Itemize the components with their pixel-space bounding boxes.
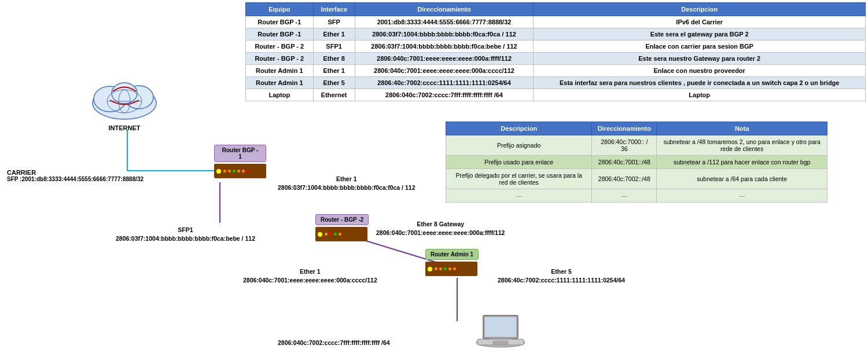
col-header-equipo: Equipo	[246, 3, 314, 16]
svg-rect-13	[485, 317, 516, 337]
router-bgp1-box: Router BGP -1	[214, 145, 266, 178]
main-table-section: Equipo Interface Direccionamiento Descri…	[243, 0, 868, 104]
second-cell-r0-c0: Prefijo asignado	[446, 135, 592, 156]
laptop-icon	[475, 313, 527, 355]
main-cell-r4-c3: Enlace con nuestro proveedor	[534, 65, 866, 77]
carrier-sfp-label: SFP :2001:db8:3333:4444:5555:6666:7777:8…	[7, 176, 144, 182]
second-cell-r2-c1: 2806:40c:7002::/48	[592, 169, 657, 189]
carrier-label: CARRIER	[7, 169, 36, 176]
second-cell-r1-c0: Prefijo usado para enlace	[446, 156, 592, 169]
internet-label: INTERNET	[109, 124, 141, 131]
ether1-admin1-label: Ether 1 2806:040c:7001:eeee:eeee:eeee:00…	[243, 267, 377, 284]
main-cell-r1-c0: Router BGP -1	[246, 28, 314, 41]
main-cell-r5-c3: Esta interfaz sera para nuestros cliente…	[534, 77, 866, 89]
main-cell-r2-c2: 2806:03f7:1004:bbbb:bbbb:bbbb:f0ca:bebe …	[355, 41, 534, 53]
second-cell-r0-c2: subnetear a /48 tomaremos 2, uno para en…	[657, 135, 827, 156]
ether1-bgp1-label: Ether 1 2806:03f7:1004:bbbb:bbbb:bbbb:f0…	[278, 175, 415, 192]
ether8-label-area: Ether 8 Gateway 2806:040c:7001:eeee:eeee…	[376, 220, 505, 237]
main-cell-r2-c3: Enlace con carrier para sesion BGP	[534, 41, 866, 53]
router-admin1-label: Router Admin 1	[425, 249, 479, 260]
main-cell-r3-c1: Ether 8	[313, 53, 355, 65]
main-cell-r1-c1: Ether 1	[313, 28, 355, 41]
main-cell-r6-c2: 2806:040c:7002:cccc:7fff:ffff:ffff:ffff …	[355, 89, 534, 101]
second-cell-r3-c2: —	[657, 189, 827, 203]
sfp1-label-area: SFP1 2806:03f7:1004:bbbb:bbbb:bbbb:f0ca:…	[116, 226, 255, 243]
main-cell-r3-c2: 2806:040c:7001:eeee:eeee:eeee:000a:ffff/…	[355, 53, 534, 65]
col2-header-nota: Nota	[657, 122, 827, 135]
laptop-svg	[475, 313, 527, 353]
col-header-descripcion: Descripcion	[534, 3, 866, 16]
main-cell-r6-c0: Laptop	[246, 89, 314, 101]
main-cell-r1-c2: 2806:03f7:1004:bbbb:bbbb:bbbb:f0ca:f0ca …	[355, 28, 534, 41]
second-table-section: Descripcion Direccionamiento Nota Prefij…	[446, 122, 827, 203]
main-cell-r6-c1: Ethernet	[313, 89, 355, 101]
main-cell-r6-c3: Laptop	[534, 89, 866, 101]
main-cell-r4-c2: 2806:040c:7001:eeee:eeee:eeee:000a:cccc/…	[355, 65, 534, 77]
main-cell-r0-c3: IPv6 del Carrier	[534, 16, 866, 28]
second-cell-r1-c2: subnetear a /112 para hacer enlace con r…	[657, 156, 827, 169]
col2-header-direccionamiento: Direccionamiento	[592, 122, 657, 135]
router-bgp2-box: Router - BGP -2	[315, 214, 369, 241]
internet-cloud: INTERNET	[81, 69, 168, 133]
second-cell-r0-c1: 2806:40c:7000:: / 36	[592, 135, 657, 156]
second-cell-r2-c0: Prefijo delegado por el carrier, se usar…	[446, 169, 592, 189]
col-header-direccionamiento: Direccionamiento	[355, 3, 534, 16]
col-header-interface: Interface	[313, 3, 355, 16]
router-bgp1-label: Router BGP -1	[214, 145, 266, 162]
main-cell-r0-c0: Router BGP -1	[246, 16, 314, 28]
main-cell-r4-c1: Ether 1	[313, 65, 355, 77]
main-cell-r5-c1: Ether 5	[313, 77, 355, 89]
second-cell-r2-c2: subnetear a /64 para cada cliente	[657, 169, 827, 189]
main-cell-r4-c0: Router Admin 1	[246, 65, 314, 77]
svg-rect-16	[493, 341, 508, 344]
second-cell-r1-c1: 2806:40c:7001::/48	[592, 156, 657, 169]
svg-point-8	[112, 83, 137, 104]
cloud-svg	[81, 71, 168, 123]
main-cell-r1-c3: Este sera el gateway para BGP 2	[534, 28, 866, 41]
main-cell-r0-c1: SFP	[313, 16, 355, 28]
laptop-addr-label: 2806:040c:7002:cccc:7fff:ffff:ffff:ffff …	[278, 339, 390, 347]
col2-header-descripcion: Descripcion	[446, 122, 592, 135]
router-admin1-box: Router Admin 1	[425, 249, 479, 276]
second-cell-r3-c0: —	[446, 189, 592, 203]
router-bgp2-label: Router - BGP -2	[315, 214, 369, 225]
main-cell-r2-c1: SFP1	[313, 41, 355, 53]
main-cell-r3-c0: Router - BGP - 2	[246, 53, 314, 65]
second-cell-r3-c1: —	[592, 189, 657, 203]
main-table: Equipo Interface Direccionamiento Descri…	[245, 2, 866, 101]
second-table: Descripcion Direccionamiento Nota Prefij…	[446, 122, 827, 203]
main-cell-r5-c0: Router Admin 1	[246, 77, 314, 89]
main-cell-r5-c2: 2806:40c:7002:cccc:1111:1111:1111:0254/6…	[355, 77, 534, 89]
main-cell-r2-c0: Router - BGP - 2	[246, 41, 314, 53]
main-cell-r0-c2: 2001:db8:3333:4444:5555:6666:7777:8888/3…	[355, 16, 534, 28]
ether5-label: Ether 5 2806:40c:7002:cccc:1111:1111:111…	[498, 267, 625, 284]
main-cell-r3-c3: Este sera nuestro Gateway para router 2	[534, 53, 866, 65]
